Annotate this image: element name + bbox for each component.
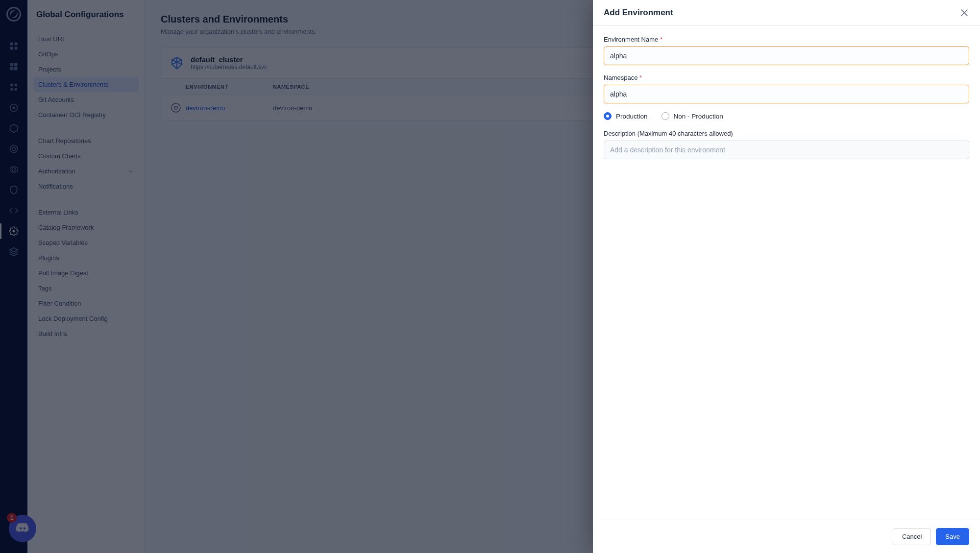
radio-production[interactable]: Production	[604, 112, 648, 120]
namespace-input[interactable]	[604, 85, 969, 103]
radio-production-indicator	[604, 112, 612, 120]
description-label: Description (Maximum 40 characters allow…	[604, 130, 969, 137]
radio-non-production-indicator	[662, 112, 669, 120]
env-type-radiogroup: Production Non - Production	[604, 112, 969, 120]
env-name-label: Environment Name *	[604, 36, 969, 43]
radio-production-label: Production	[616, 113, 648, 120]
radio-non-production-label: Non - Production	[674, 113, 723, 120]
drawer-header: Add Environment	[593, 0, 980, 26]
drawer-footer: Cancel Save	[593, 520, 980, 553]
namespace-label: Namespace *	[604, 74, 969, 81]
add-environment-drawer: Add Environment Environment Name * Names…	[593, 0, 980, 553]
close-icon	[959, 8, 969, 18]
description-input[interactable]	[604, 141, 969, 159]
close-button[interactable]	[959, 8, 969, 18]
cancel-button[interactable]: Cancel	[893, 528, 931, 545]
save-button[interactable]: Save	[936, 528, 969, 545]
drawer-title: Add Environment	[604, 8, 673, 18]
radio-non-production[interactable]: Non - Production	[662, 112, 723, 120]
env-name-input[interactable]	[604, 47, 969, 65]
drawer-body: Environment Name * Namespace * Productio…	[593, 26, 980, 520]
